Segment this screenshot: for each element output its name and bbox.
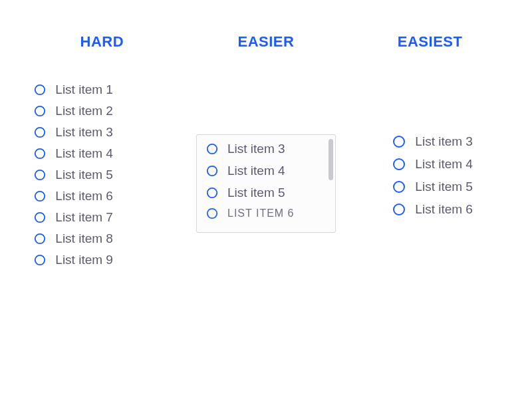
- list-item-label: List item 4: [415, 157, 473, 172]
- list-item[interactable]: List item 5: [34, 168, 175, 182]
- radio-icon: [34, 233, 46, 245]
- svg-point-7: [35, 234, 45, 243]
- easier-list: List item 3 List item 4 List item 5 List…: [206, 142, 330, 219]
- radio-icon: [206, 165, 218, 177]
- radio-icon: [206, 187, 218, 199]
- list-item[interactable]: List item 4: [206, 164, 330, 178]
- column-header-easier: EASIER: [238, 33, 295, 51]
- list-item[interactable]: List item 8: [34, 231, 175, 246]
- list-item[interactable]: List item 1: [34, 82, 175, 97]
- svg-point-1: [35, 106, 45, 116]
- list-item-label: List item 9: [55, 253, 113, 267]
- svg-point-0: [35, 85, 45, 94]
- list-item-label: List item 1: [55, 82, 113, 97]
- list-item-label: List item 3: [227, 142, 285, 156]
- svg-point-9: [207, 144, 217, 154]
- radio-icon: [34, 169, 46, 181]
- columns-container: HARD List item 1 List item 2 List item 3…: [0, 0, 532, 267]
- list-item-label: List item 3: [55, 125, 113, 140]
- easiest-list-wrapper: List item 3 List item 4 List item 5 List…: [387, 134, 473, 217]
- list-item-label: List item 5: [55, 168, 113, 182]
- column-hard: HARD List item 1 List item 2 List item 3…: [29, 33, 175, 267]
- radio-icon: [392, 203, 406, 216]
- list-item[interactable]: List item 3: [206, 142, 330, 156]
- list-item-label: List item 6: [55, 189, 113, 203]
- radio-icon: [392, 180, 406, 194]
- svg-point-15: [394, 182, 404, 192]
- svg-point-3: [35, 149, 45, 158]
- column-easier: EASIER List item 3 List item 4 List item…: [193, 33, 339, 267]
- column-header-hard: HARD: [80, 33, 124, 51]
- list-item-label: List item 5: [227, 186, 285, 200]
- radio-icon: [34, 190, 46, 202]
- easier-scroll-box[interactable]: List item 3 List item 4 List item 5 List…: [196, 134, 336, 233]
- svg-point-5: [35, 192, 45, 201]
- list-item[interactable]: List item 3: [34, 125, 175, 140]
- list-item[interactable]: List item 5: [206, 186, 330, 200]
- list-item-label: List item 5: [415, 180, 473, 194]
- svg-point-2: [35, 128, 45, 137]
- svg-point-14: [394, 159, 404, 170]
- radio-icon: [392, 135, 406, 148]
- svg-point-13: [394, 136, 404, 147]
- list-item-label: List item 4: [55, 146, 113, 161]
- svg-point-12: [207, 209, 217, 218]
- list-item-label: List item 3: [415, 134, 473, 149]
- svg-point-8: [35, 255, 45, 265]
- svg-point-10: [207, 166, 217, 176]
- list-item[interactable]: List item 4: [392, 157, 473, 172]
- radio-icon: [34, 126, 46, 138]
- easiest-list: List item 3 List item 4 List item 5 List…: [387, 134, 473, 217]
- radio-icon: [34, 105, 46, 117]
- scrollbar-thumb[interactable]: [329, 139, 333, 180]
- list-item[interactable]: List item 2: [34, 104, 175, 118]
- radio-icon: [34, 148, 46, 160]
- radio-icon: [392, 158, 406, 171]
- list-item[interactable]: List item 9: [34, 253, 175, 267]
- list-item[interactable]: List item 5: [392, 180, 473, 194]
- list-item[interactable]: List item 6: [34, 189, 175, 203]
- list-item-label: List item 6: [227, 207, 295, 219]
- svg-point-6: [35, 213, 45, 222]
- list-item-label: List item 8: [55, 231, 113, 246]
- radio-icon: [206, 207, 218, 219]
- list-item[interactable]: List item 7: [34, 210, 175, 225]
- svg-point-16: [394, 204, 404, 215]
- radio-icon: [34, 84, 46, 96]
- list-item-label: List item 7: [55, 210, 113, 225]
- svg-point-4: [35, 170, 45, 180]
- list-item[interactable]: List item 6: [392, 202, 473, 217]
- list-item-label: List item 4: [227, 164, 285, 178]
- radio-icon: [34, 254, 46, 266]
- list-item[interactable]: List item 4: [34, 146, 175, 161]
- radio-icon: [34, 211, 46, 223]
- column-header-easiest: EASIEST: [398, 33, 463, 51]
- list-item[interactable]: List item 6: [206, 207, 330, 219]
- list-item-label: List item 2: [55, 104, 113, 118]
- column-easiest: EASIEST List item 3 List item 4 List ite…: [357, 33, 503, 267]
- hard-list: List item 1 List item 2 List item 3 List…: [29, 82, 175, 267]
- list-item[interactable]: List item 3: [392, 134, 473, 149]
- svg-point-11: [207, 188, 217, 198]
- list-item-label: List item 6: [415, 202, 473, 217]
- radio-icon: [206, 143, 218, 155]
